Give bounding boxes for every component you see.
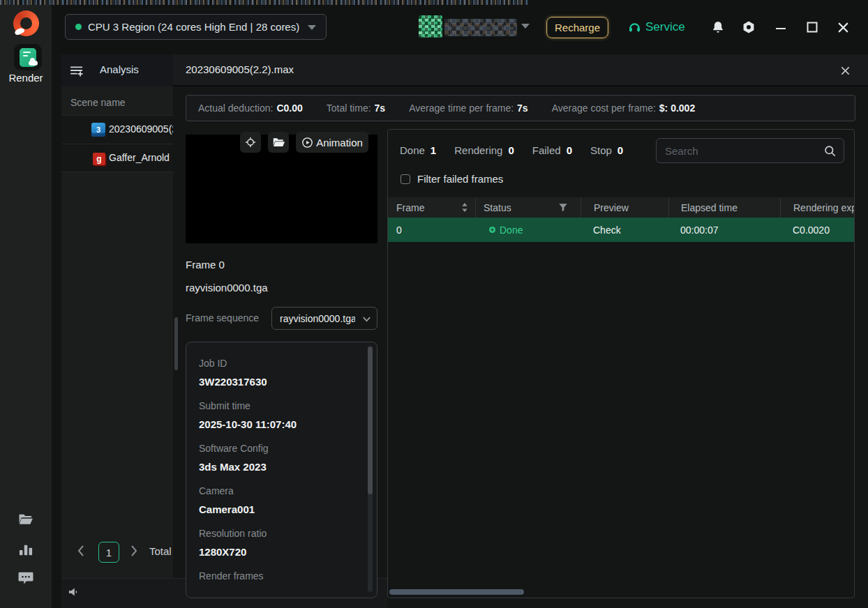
job-panel-header: 20230609005(2.2).max bbox=[173, 54, 868, 86]
job-stats-bar: Actual deduction:C0.00 Total time:7s Ave… bbox=[186, 95, 855, 121]
filter-failed-frames-checkbox[interactable] bbox=[401, 174, 410, 184]
service-button[interactable]: Service bbox=[627, 18, 685, 36]
column-header-frame: Frame bbox=[388, 197, 475, 218]
column-header-status: Status bbox=[475, 197, 581, 218]
cell-status: Done bbox=[475, 225, 581, 236]
app-window: CPU 3 Region (24 cores High End | 28 cor… bbox=[0, 0, 868, 608]
animation-label: Animation bbox=[316, 137, 363, 149]
scene-name: Gaffer_Arnold bbox=[109, 152, 170, 163]
detail-label: Submit time bbox=[199, 400, 359, 411]
animation-preview-button[interactable]: Animation bbox=[296, 132, 368, 153]
job-title: 20230609005(2.2).max bbox=[186, 63, 294, 75]
detail-label: Resolution ratio bbox=[199, 528, 359, 539]
sort-icon[interactable] bbox=[461, 202, 468, 213]
details-scrollbar-thumb[interactable] bbox=[368, 347, 373, 494]
column-header-preview: Preview bbox=[581, 197, 668, 218]
frame-search-box bbox=[656, 138, 844, 163]
recharge-button[interactable]: Recharge bbox=[546, 17, 608, 38]
scene-row-2[interactable]: g Gaffer_Arnold bbox=[61, 144, 173, 172]
app-logo bbox=[13, 10, 39, 36]
stat-label: Average time per frame: bbox=[409, 102, 514, 114]
detail-value: Camera001 bbox=[199, 503, 359, 515]
current-frame-label: Frame 0 bbox=[186, 259, 225, 271]
stat-value: 7s bbox=[375, 102, 386, 114]
column-header-elapsed-time: Elapsed time bbox=[668, 197, 780, 218]
pagination-next-icon[interactable] bbox=[129, 544, 140, 559]
scene-row-1[interactable]: 3 20230609005(2.2).max bbox=[61, 115, 173, 144]
filter-failed-frames-label: Filter failed frames bbox=[417, 173, 503, 185]
cell-rendering-expense: C0.0020 bbox=[780, 225, 854, 236]
stat-value: C0.00 bbox=[276, 102, 302, 114]
detail-label: Render frames bbox=[199, 570, 359, 582]
scene-panel-scrollbar[interactable] bbox=[174, 317, 178, 370]
pagination-total-label: Total bbox=[149, 545, 173, 557]
open-folder-icon[interactable] bbox=[268, 132, 289, 153]
scene-tabbar: Analysis bbox=[61, 54, 173, 86]
sidebar-render-label: Render bbox=[0, 72, 52, 84]
frame-status-tabs: Done1 Rendering0 Failed0 Stop0 bbox=[400, 137, 623, 162]
3dsmax-file-icon: 3 bbox=[91, 123, 105, 137]
chevron-down-icon bbox=[308, 25, 316, 30]
app-sidebar: Render bbox=[0, 0, 52, 608]
tab-failed[interactable]: Failed0 bbox=[532, 144, 572, 156]
table-horizontal-scrollbar[interactable] bbox=[389, 589, 524, 595]
column-header-rendering-expense: Rendering expense bbox=[780, 197, 854, 218]
frame-search-input[interactable] bbox=[665, 139, 818, 162]
cell-frame: 0 bbox=[388, 225, 475, 236]
frames-table-panel: Done1 Rendering0 Failed0 Stop0 Filter fa… bbox=[387, 129, 855, 598]
pagination-prev-icon[interactable] bbox=[76, 544, 87, 559]
scene-list-panel: Scene name 3 20230609005(2.2).max g Gaff… bbox=[61, 86, 173, 579]
region-selector-label: CPU 3 Region (24 cores High End | 28 cor… bbox=[88, 21, 299, 33]
filter-funnel-icon[interactable] bbox=[558, 202, 568, 212]
sidebar-item-render[interactable] bbox=[14, 44, 42, 70]
user-avatar[interactable] bbox=[419, 15, 442, 38]
stat-label: Actual deduction: bbox=[198, 102, 273, 114]
detail-value: 1280X720 bbox=[199, 546, 359, 558]
render-document-icon bbox=[20, 48, 36, 67]
detail-value: 2025-10-30 11:07:40 bbox=[199, 418, 359, 430]
chevron-down-icon bbox=[362, 314, 371, 324]
headset-icon bbox=[627, 20, 642, 34]
search-icon[interactable] bbox=[823, 144, 837, 158]
region-selector-dropdown[interactable]: CPU 3 Region (24 cores High End | 28 cor… bbox=[65, 14, 327, 40]
tab-analysis[interactable]: Analysis bbox=[100, 63, 139, 75]
stat-value: $: 0.002 bbox=[659, 102, 695, 114]
sidebar-chat-icon[interactable] bbox=[18, 571, 33, 585]
window-minimize-button[interactable] bbox=[773, 20, 788, 35]
current-frame-filename: rayvision0000.tga bbox=[186, 282, 268, 294]
tab-rendering[interactable]: Rendering0 bbox=[454, 144, 514, 156]
job-details-card: Job ID 3W220317630 Submit time 2025-10-3… bbox=[186, 342, 377, 598]
playlist-add-icon[interactable] bbox=[69, 63, 84, 77]
sidebar-folder-icon[interactable] bbox=[18, 513, 33, 527]
scene-list-header: Scene name bbox=[70, 97, 126, 108]
cell-elapsed-time: 00:00:07 bbox=[668, 225, 780, 236]
detail-label: Camera bbox=[199, 485, 359, 496]
detail-label: Job ID bbox=[199, 358, 359, 369]
tab-stop[interactable]: Stop0 bbox=[590, 144, 623, 156]
user-name-redacted bbox=[444, 19, 517, 36]
pagination-current-page[interactable]: 1 bbox=[98, 542, 119, 563]
tab-done[interactable]: Done1 bbox=[400, 144, 436, 156]
job-panel-close-icon[interactable] bbox=[839, 64, 851, 77]
region-status-dot bbox=[75, 24, 82, 30]
frames-table-header: Frame Status Preview Elapsed time Render… bbox=[388, 197, 854, 218]
detail-label: Software Config bbox=[199, 443, 359, 454]
window-close-button[interactable] bbox=[835, 20, 851, 35]
settings-gear-icon[interactable] bbox=[741, 20, 756, 35]
frame-sequence-label: Frame sequence bbox=[186, 312, 259, 324]
stat-label: Average cost per frame: bbox=[552, 102, 656, 114]
stat-label: Total time: bbox=[327, 102, 371, 114]
cell-preview-check-link[interactable]: Check bbox=[581, 225, 668, 236]
frame-sequence-value: rayvision0000.tga bbox=[280, 313, 355, 324]
frame-sequence-select[interactable]: rayvision0000.tga bbox=[271, 307, 377, 330]
notifications-bell-icon[interactable] bbox=[710, 19, 726, 36]
status-done-dot bbox=[489, 227, 495, 233]
locate-target-icon[interactable] bbox=[240, 132, 261, 153]
window-maximize-button[interactable] bbox=[805, 20, 820, 35]
speaker-mute-icon[interactable] bbox=[67, 585, 82, 600]
sidebar-bar-chart-icon[interactable] bbox=[18, 542, 33, 556]
stat-value: 7s bbox=[517, 102, 528, 114]
frame-table-row[interactable]: 0 Done Check 00:00:07 C0.0020 bbox=[388, 218, 854, 242]
user-menu-chevron-down-icon[interactable] bbox=[521, 24, 530, 29]
censored-window-title-strip bbox=[0, 0, 529, 5]
